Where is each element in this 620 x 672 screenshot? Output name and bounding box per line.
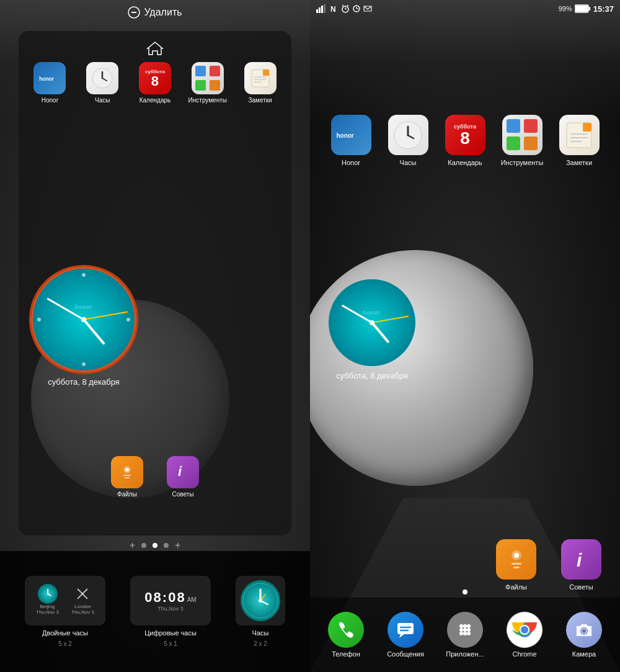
digital-time-preview: 08:08 AM <box>144 589 196 606</box>
svg-point-87 <box>588 627 590 629</box>
svg-rect-8 <box>195 80 206 91</box>
widget-card: honor Honor Часы суббота <box>19 31 291 535</box>
svg-rect-33 <box>316 9 318 13</box>
clock-widget-card: honor суббота, <box>31 267 136 387</box>
widget-selector: Beijing Thu,Nov 3 London Thu,Nov 3 Двойн… <box>0 551 310 672</box>
digital-clock-preview: 08:08 AM Thu,Nov 3 <box>130 576 211 625</box>
battery-icon <box>575 4 591 13</box>
right-app-notes[interactable]: Заметки <box>553 115 606 167</box>
sms-icon <box>388 612 423 648</box>
svg-point-76 <box>463 628 467 632</box>
clock-face-right: honor <box>329 279 415 366</box>
app-item-calendar[interactable]: суббота 8 Календарь <box>133 62 177 104</box>
sms-label: Сообщения <box>387 650 424 658</box>
app-item-files-card[interactable]: Файлы <box>105 456 149 498</box>
dock-messages[interactable]: Сообщения <box>381 612 430 658</box>
app-item-tips-card[interactable]: i Советы <box>161 456 205 498</box>
clock-face-small <box>91 67 113 89</box>
svg-text:honor: honor <box>40 76 55 82</box>
widget-option-analog[interactable]: Часы 2 x 2 <box>236 576 285 647</box>
right-tips-app[interactable]: i Советы <box>555 539 608 591</box>
clock-status-icon <box>352 4 361 13</box>
svg-rect-6 <box>195 66 206 76</box>
home-icon-row <box>19 31 291 62</box>
page-dot-right <box>310 589 620 594</box>
right-app-tools[interactable]: Инструменты <box>496 115 549 167</box>
phone-label: Телефон <box>332 650 360 658</box>
dot-add-right[interactable]: + <box>175 543 180 548</box>
dock-camera[interactable]: Камера <box>559 612 609 658</box>
clock-date-left: суббота, 8 декабря <box>48 377 120 387</box>
dot-1[interactable] <box>141 543 146 548</box>
svg-point-77 <box>467 628 471 632</box>
analog-clock-right[interactable]: honor <box>329 279 415 366</box>
right-app-clock[interactable]: Часы <box>382 115 435 167</box>
svg-point-73 <box>463 624 467 628</box>
svg-point-64 <box>514 553 519 558</box>
calendar-icon: суббота 8 <box>139 62 171 94</box>
apps-icon <box>447 612 483 648</box>
analog-clock-label: Часы <box>252 629 269 637</box>
dot-2-active[interactable] <box>153 543 157 548</box>
svg-point-15 <box>82 273 86 277</box>
app-item-honor[interactable]: honor Honor <box>28 62 71 104</box>
tools-icon <box>192 62 224 94</box>
app-grid: honor Honor Часы суббота <box>19 62 291 104</box>
app-item-tools[interactable]: Инструменты <box>186 62 229 104</box>
left-panel: Удалить honor Honor <box>0 0 310 672</box>
page-dots-left: + + <box>0 543 310 548</box>
svg-point-78 <box>459 632 463 635</box>
home-icon[interactable] <box>146 40 164 57</box>
second-hand-right <box>372 316 409 323</box>
clock-center-right <box>370 320 374 325</box>
svg-rect-55 <box>524 119 538 133</box>
camera-svg <box>574 620 594 640</box>
date-london: Thu,Nov 3 <box>71 609 94 615</box>
right-tools-label: Инструменты <box>501 159 544 167</box>
clock-app-icon <box>86 62 118 94</box>
svg-point-20 <box>125 468 129 472</box>
dock-apps[interactable]: Приложен... <box>440 612 490 658</box>
widget-option-dual[interactable]: Beijing Thu,Nov 3 London Thu,Nov 3 Двойн… <box>25 576 105 647</box>
analog-clock-large[interactable]: honor <box>31 267 136 372</box>
svg-text:honor: honor <box>336 132 353 139</box>
analog-clock-size: 2 x 2 <box>254 640 267 647</box>
right-calendar-icon: суббота 8 <box>445 115 485 155</box>
clock-label: Часы <box>95 97 110 104</box>
app-item-notes[interactable]: Заметки <box>239 62 282 104</box>
widget-option-digital[interactable]: 08:08 AM Thu,Nov 3 Цифровые часы 5 x 1 <box>130 576 211 647</box>
honor-label: Honor <box>42 97 58 104</box>
delete-button[interactable]: Удалить <box>128 6 182 19</box>
svg-rect-11 <box>263 69 269 76</box>
city-beijing: Beijing <box>40 604 55 609</box>
right-tools-icon <box>502 115 542 155</box>
app-item-clock-small[interactable]: Часы <box>81 62 124 104</box>
city-clock-beijing: Beijing Thu,Nov 3 <box>36 584 59 615</box>
svg-point-18 <box>37 318 41 321</box>
chrome-label: Chrome <box>512 650 536 658</box>
right-clock-widget: honor суббота, 8 декабря <box>329 279 415 380</box>
right-app-honor[interactable]: honor Honor <box>325 115 378 167</box>
right-app-calendar[interactable]: суббота 8 Календарь <box>439 115 492 167</box>
svg-rect-66 <box>513 567 520 568</box>
svg-rect-57 <box>524 137 538 150</box>
mini-analog-svg <box>242 582 279 619</box>
svg-text:i: i <box>577 550 582 570</box>
svg-text:N: N <box>330 5 336 13</box>
tips-icon: i <box>167 456 199 488</box>
svg-rect-21 <box>123 475 131 476</box>
honor-icon: honor <box>33 62 66 94</box>
dot-3[interactable] <box>164 543 169 548</box>
right-files-app[interactable]: Файлы <box>490 539 542 591</box>
tools-grid <box>194 65 221 92</box>
tips-icon-svg: i <box>173 462 193 482</box>
dock-chrome[interactable]: Chrome <box>500 612 549 658</box>
dock-phone[interactable]: Телефон <box>321 612 371 658</box>
svg-rect-22 <box>125 477 130 478</box>
dot-add-left[interactable]: + <box>130 543 135 548</box>
right-honor-label: Honor <box>342 159 360 167</box>
n-icon: N <box>330 4 339 13</box>
apps-svg <box>455 620 475 640</box>
page-dot-right-active <box>463 589 467 594</box>
mail-icon <box>363 4 372 13</box>
